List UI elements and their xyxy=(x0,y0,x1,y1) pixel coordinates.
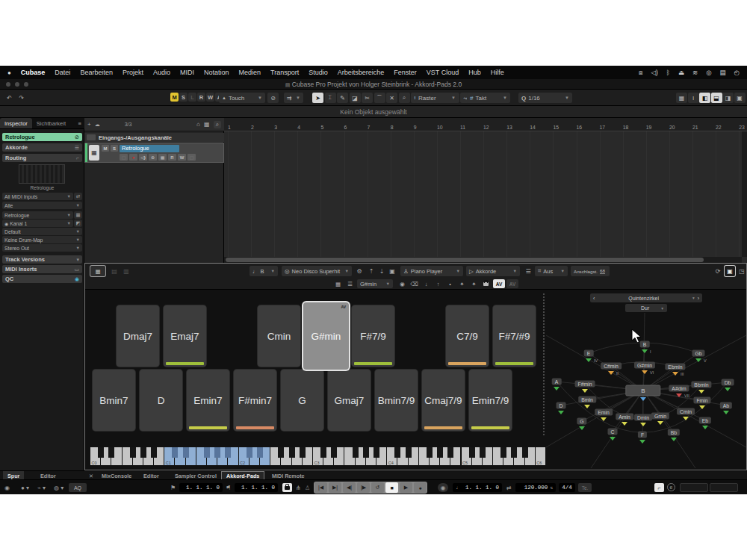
lower-zone-icon[interactable]: ⬓ xyxy=(711,93,722,103)
circle-node-a[interactable]: A xyxy=(552,379,562,385)
control-center-icon[interactable]: ◎ xyxy=(706,69,711,77)
inspector-section-midi-inserts[interactable]: MIDI Inserts▭ xyxy=(2,265,82,273)
global-m-button[interactable]: M xyxy=(170,93,179,102)
voicing-down-icon[interactable]: ✦ xyxy=(457,279,467,288)
lock-icon[interactable] xyxy=(481,279,491,288)
range-selection-tool[interactable]: ⌶ xyxy=(325,93,336,103)
chord-pad-g[interactable]: G xyxy=(281,370,323,431)
erase-tool[interactable]: ◪ xyxy=(350,93,361,103)
circle-node-ab[interactable]: Ab xyxy=(720,402,732,409)
dot-icon[interactable]: • xyxy=(445,279,455,288)
volume-icon[interactable]: ◁) xyxy=(651,69,657,77)
piano-key-black[interactable] xyxy=(151,447,157,458)
midi-icon[interactable]: ▦ xyxy=(158,154,167,161)
refresh-icon[interactable]: ⟳ xyxy=(713,266,723,276)
right-locator-icon[interactable]: ⚑ xyxy=(226,483,231,492)
write-button[interactable]: W xyxy=(178,154,186,161)
inspector-select-stereo-out[interactable]: Stereo Out▼ xyxy=(2,244,82,252)
adaptive-voicing-off-button[interactable]: AV xyxy=(506,279,518,288)
freeze-button[interactable]: ▢ xyxy=(187,154,196,161)
piano-key-black[interactable] xyxy=(447,447,453,458)
circle-node-fsmin[interactable]: F#min xyxy=(575,381,595,388)
record-enable-button[interactable]: ● xyxy=(129,154,137,161)
chord-pads-display-button[interactable]: ▦ xyxy=(90,266,105,276)
preset-save-icon[interactable]: ▣ xyxy=(387,266,397,276)
apple-menu-icon[interactable]: ● xyxy=(7,69,11,76)
track-name-field[interactable]: Retrologue xyxy=(120,145,179,152)
piano-key-black[interactable] xyxy=(140,447,146,458)
note-value-select[interactable]: ♩ B▼ xyxy=(249,266,278,276)
object-selection-tool[interactable]: ➤ xyxy=(312,93,323,103)
inspector-section-routing[interactable]: Routing⌐ xyxy=(2,154,82,162)
right-zone-icon[interactable]: ◨ xyxy=(722,93,734,103)
chord-circle-icon[interactable]: ◉ xyxy=(397,279,407,288)
cycle-button[interactable]: ↺ xyxy=(371,482,384,493)
goto-end-button[interactable]: ▶| xyxy=(329,482,341,493)
row-trail-icon[interactable]: ▦ xyxy=(74,211,82,219)
instrument-thumbnail[interactable] xyxy=(19,164,65,184)
split-tool[interactable]: ✂ xyxy=(362,93,373,103)
pointer-settings-icon[interactable]: ◳ xyxy=(737,266,747,276)
mute-tool[interactable]: ✕ xyxy=(386,93,397,103)
row-trail-icon[interactable]: ◩ xyxy=(74,220,82,227)
chord-pad-d[interactable]: D xyxy=(140,370,182,431)
player-select[interactable]: ♙ Piano Player▼ xyxy=(400,266,463,276)
pads-circle-splitter[interactable] xyxy=(543,293,545,435)
chord-pad-cmin[interactable]: Cmin xyxy=(258,305,300,367)
arrange-area[interactable]: 1234567891011121314151617181920212223 xyxy=(224,118,747,263)
arrange-lanes[interactable] xyxy=(224,131,742,257)
menu-item-hub[interactable]: Hub xyxy=(468,69,481,76)
chord-pad-c7-9[interactable]: C7/9 xyxy=(446,305,489,367)
main-position-display[interactable]: ♩ 1. 1. 1. 0 xyxy=(453,483,502,492)
audio-activity-icon[interactable]: ◉ xyxy=(438,483,448,492)
circle-node-eb[interactable]: Eb xyxy=(699,417,711,424)
piano-key-black[interactable] xyxy=(374,447,379,458)
piano-key-black[interactable] xyxy=(278,447,284,458)
display-icon[interactable]: ⧈ xyxy=(639,69,642,77)
inspector-select-keine-drum-map[interactable]: Keine Drum-Map▼ xyxy=(2,236,82,243)
piano-key-black[interactable] xyxy=(225,447,231,458)
player-mode-select[interactable]: ▷ Akkorde▼ xyxy=(466,266,520,276)
inspector-select-all-midi-inputs[interactable]: All MIDI Inputs▼ xyxy=(2,193,73,200)
record-mode-icon[interactable]: ● ▾ xyxy=(21,483,29,492)
global-l-button[interactable]: L xyxy=(188,93,196,102)
chord-pad-emin7[interactable]: Emin7 xyxy=(187,370,229,431)
read-button[interactable]: R xyxy=(168,154,176,161)
wifi-icon[interactable]: ≋ xyxy=(692,69,698,77)
circle-node-c[interactable]: C xyxy=(608,429,618,435)
piano-key-black[interactable] xyxy=(331,447,337,458)
window-mode-icon[interactable]: ▣ xyxy=(725,266,735,276)
right-locator-display[interactable]: 1. 1. 1. 0 xyxy=(235,483,278,492)
post-roll-icon[interactable]: ♙ xyxy=(305,483,310,492)
circle-node-asdim[interactable]: A#dim xyxy=(669,385,689,392)
global-s-button[interactable]: S xyxy=(179,93,187,102)
adaptive-voicing-on-button[interactable]: AV xyxy=(493,279,505,288)
home-icon[interactable]: ⌂ xyxy=(196,121,200,128)
menu-item-bearbeiten[interactable]: Bearbeiten xyxy=(80,69,113,76)
menu-item-vst-cloud[interactable]: VST Cloud xyxy=(427,69,459,76)
rewind-button[interactable]: ◀| xyxy=(343,482,356,493)
menu-item-arbeitsbereiche[interactable]: Arbeitsbereiche xyxy=(338,69,385,76)
circle-key-select[interactable]: Dur ▾ xyxy=(625,304,667,312)
piano-key-black[interactable] xyxy=(300,447,306,458)
inspector-menu-icon[interactable]: ≡ xyxy=(75,118,84,128)
inspector-select-retrologue[interactable]: Retrologue▼ xyxy=(2,211,73,219)
punch-lock-button[interactable] xyxy=(282,483,292,492)
root-key-select[interactable]: G#min▼ xyxy=(357,279,393,288)
circle-node-f[interactable]: F xyxy=(638,432,647,438)
track-solo-button[interactable]: S xyxy=(111,145,118,152)
zoom-tool[interactable]: ⌕ xyxy=(399,93,410,103)
draw-tool[interactable]: ✎ xyxy=(337,93,348,103)
forward-button[interactable]: |▶ xyxy=(357,482,370,493)
chord-pad-gmaj7[interactable]: Gmaj7 xyxy=(328,370,371,431)
midi-keyboard-icon[interactable]: ▦ xyxy=(676,93,687,103)
piano-key-black[interactable] xyxy=(500,447,506,458)
piano-key-black[interactable] xyxy=(257,447,263,458)
tempo-stepper[interactable]: ⇅ xyxy=(550,485,553,491)
piano-key-black[interactable] xyxy=(172,447,178,458)
circle-node-dmin[interactable]: Dmin xyxy=(634,414,652,421)
clock-icon[interactable]: ◴ xyxy=(734,69,740,77)
record-button[interactable]: ● xyxy=(414,482,427,493)
pattern-icon[interactable]: ◍ ▾ xyxy=(54,483,63,492)
tempo-sync-icon[interactable]: ⇄ xyxy=(506,483,512,492)
